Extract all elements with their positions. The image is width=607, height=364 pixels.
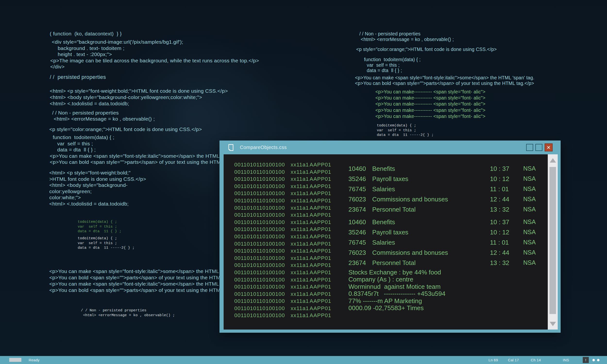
amount-cell: 23674: [348, 206, 366, 213]
binary-code3: AAPP01: [310, 169, 331, 176]
code-block-color-orange: <p style="color:orange;">HTML font code …: [49, 126, 202, 132]
financial-row: 76745 Salaries 11 : 01 NSA: [348, 239, 545, 249]
time-cell: 10 : 37: [490, 218, 509, 226]
time-cell: 12 : 44: [490, 195, 509, 203]
label-cell: Personnel Total: [372, 206, 416, 213]
binary-row: 0011010110100100xx11a1AAPP01: [234, 269, 331, 276]
close-icon: ✕: [547, 145, 551, 150]
binary-value: 0011010110100100: [234, 219, 291, 226]
code-block-span-pair-2: <p>You can make <span style="font-style:…: [49, 281, 244, 293]
label-cell: Personnel Total: [372, 259, 416, 267]
binary-code3: AAPP01: [310, 305, 331, 312]
financial-row: 23674 Personnel Total 13 : 32 NSA: [348, 259, 545, 269]
binary-code2: xx11a1: [291, 183, 310, 190]
compare-objects-window: CompareObjects.css ✕ 0011010110100100xx1…: [220, 141, 561, 333]
binary-code3: AAPP01: [310, 183, 331, 190]
binary-row: 0011010110100100xx11a1AAPP01: [234, 233, 331, 240]
summary-line: Stocks Exchange : bye 44% food: [348, 269, 446, 276]
scroll-down-arrow[interactable]: [548, 320, 558, 328]
alert-icon[interactable]: !: [583, 357, 589, 363]
binary-value: 0011010110100100: [234, 204, 291, 212]
code-mono-footer-block: / / Non - persisted properties <html> <e…: [81, 308, 175, 318]
data-pane: 0011010110100100xx11a1AAPP01 00110101101…: [224, 154, 548, 330]
status-bar: Ready Ln 69 Cal 17 Ch 14 INS !: [0, 356, 607, 364]
binary-row: 0011010110100100xx11a1AAPP01: [234, 219, 331, 226]
close-button[interactable]: ✕: [545, 143, 553, 151]
tag-cell: NSA: [523, 229, 536, 236]
code-block-function-header: ( function (ko, datacontext) } }: [50, 31, 122, 37]
window-titlebar[interactable]: CompareObjects.css ✕: [220, 141, 561, 154]
summary-line: 0.83745r7t --------------- +453u594: [348, 290, 446, 297]
label-cell: Benefits: [372, 165, 395, 172]
status-chip: [9, 358, 21, 362]
binary-code2: xx11a1: [291, 211, 310, 219]
code-block-html-lines: <html> <p style="font-weight:bold;">HTML…: [50, 88, 228, 106]
time-cell: 12 : 44: [490, 249, 509, 257]
binary-value: 0011010110100100: [234, 298, 291, 305]
code-right-green-dashed-lines: <p>You can make----------- <span style="…: [375, 89, 485, 119]
binary-code2: xx11a1: [291, 298, 310, 305]
amount-cell: 10460: [348, 218, 366, 226]
binary-value: 0011010110100100: [234, 183, 291, 190]
scroll-up-arrow[interactable]: [548, 156, 558, 165]
amount-cell: 35246: [348, 175, 366, 183]
code-block-div-style: <div style="background-image:url('/pix/s…: [50, 39, 259, 70]
binary-row: 0011010110100100xx11a1AAPP01: [234, 276, 331, 284]
binary-code2: xx11a1: [291, 197, 310, 204]
window-content: 0011010110100100xx11a1AAPP01 00110101101…: [224, 154, 558, 330]
time-cell: 13 : 32: [490, 259, 509, 267]
label-cell: Salaries: [372, 185, 395, 193]
label-cell: Payroll taxes: [372, 175, 409, 183]
summary-line: 0000.09 -02,75583+ Times: [348, 305, 446, 312]
binary-row: 0011010110100100xx11a1AAPP01: [234, 211, 331, 219]
binary-code3: AAPP01: [310, 276, 331, 284]
binary-value: 0011010110100100: [234, 197, 291, 204]
amount-cell: 76745: [348, 185, 366, 193]
tag-cell: NSA: [523, 185, 536, 193]
binary-code3: AAPP01: [310, 161, 331, 169]
binary-code3: AAPP01: [310, 211, 331, 219]
binary-value: 0011010110100100: [234, 283, 291, 290]
binary-code3: AAPP01: [310, 255, 331, 262]
binary-code2: xx11a1: [291, 283, 310, 290]
binary-row: 0011010110100100xx11a1AAPP01: [234, 169, 331, 176]
binary-row: 0011010110100100xx11a1AAPP01: [234, 190, 331, 197]
status-line-number: Ln 69: [488, 358, 498, 362]
code-right-mono-block: todoitem(data) { ; var self = this ; dat…: [377, 123, 434, 138]
binary-code3: AAPP01: [310, 190, 331, 197]
vertical-scrollbar[interactable]: [548, 154, 558, 330]
binary-row: 0011010110100100xx11a1AAPP01: [234, 298, 331, 305]
time-cell: 13 : 32: [490, 206, 509, 213]
binary-value: 0011010110100100: [234, 290, 291, 298]
binary-row: 0011010110100100xx11a1AAPP01: [234, 197, 331, 204]
status-dot-1: [593, 359, 595, 361]
binary-value: 0011010110100100: [234, 169, 291, 176]
binary-code3: AAPP01: [310, 197, 331, 204]
document-icon: [228, 144, 234, 151]
tag-cell: NSA: [523, 218, 536, 225]
tag-cell: NSA: [523, 195, 536, 203]
code-block-wrapped-html: <html> <p style="font-weight:bold;" >HTM…: [49, 170, 146, 207]
tag-cell: NSA: [523, 165, 536, 172]
binary-code3: AAPP01: [310, 298, 331, 305]
binary-row: 0011010110100100xx11a1AAPP01: [234, 290, 331, 298]
binary-value: 0011010110100100: [234, 240, 291, 247]
binary-row: 0011010110100100xx11a1AAPP01: [234, 204, 331, 212]
summary-line: Company (As ) : centre: [348, 276, 446, 283]
time-cell: 11 : 01: [490, 185, 509, 193]
binary-row: 0011010110100100xx11a1AAPP01: [234, 283, 331, 290]
tag-cell: NSA: [523, 206, 536, 213]
arrow-up-icon: [550, 158, 556, 163]
financial-row: 76023 Commissions and bonuses 12 : 44 NS…: [348, 195, 545, 206]
binary-value: 0011010110100100: [234, 255, 291, 262]
binary-code2: xx11a1: [291, 240, 310, 247]
minimize-button[interactable]: [526, 144, 533, 151]
code-mono-white-block: todoitem(data) { ; var self = this ; dat…: [78, 236, 134, 250]
maximize-button[interactable]: [535, 144, 542, 151]
binary-code2: xx11a1: [291, 262, 310, 269]
scrollbar-thumb[interactable]: [549, 167, 556, 314]
binary-value: 0011010110100100: [234, 233, 291, 240]
binary-value: 0011010110100100: [234, 276, 291, 284]
label-cell: Commissions and bonuses: [372, 195, 448, 203]
arrow-down-icon: [550, 322, 556, 326]
